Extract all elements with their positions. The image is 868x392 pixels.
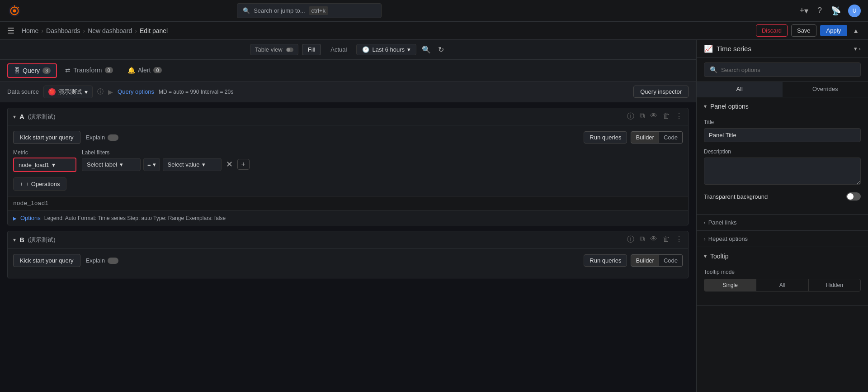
options-label: Options: [20, 215, 41, 221]
filter-remove-button[interactable]: ✕: [224, 158, 235, 171]
database-icon: 🗄: [14, 67, 20, 74]
metric-selector[interactable]: node_load1 ▾: [13, 158, 76, 172]
panel-links-header[interactable]: › Panel links: [697, 214, 868, 230]
title-input[interactable]: [704, 128, 861, 142]
search-options-input[interactable]: 🔍: [704, 62, 861, 77]
title-field-label: Title: [704, 119, 861, 125]
query-a-source: (演示测试): [28, 113, 56, 121]
query-a-toggle-icon[interactable]: 👁: [650, 112, 657, 121]
label-filter-select[interactable]: Select label ▾: [82, 158, 141, 171]
query-b-collapse[interactable]: ▾: [13, 237, 16, 243]
metric-label: Metric: [13, 149, 76, 156]
breadcrumb-dashboards[interactable]: Dashboards: [46, 27, 80, 34]
query-b-help-icon[interactable]: ⓘ: [627, 235, 634, 244]
value-select[interactable]: Select value ▾: [163, 158, 222, 171]
query-block-b-header: ▾ B (演示测试) ⓘ ⧉ 👁 🗑 ⋮: [8, 231, 688, 249]
apply-button[interactable]: Apply: [820, 25, 848, 36]
query-a-collapse[interactable]: ▾: [13, 114, 16, 120]
help-button[interactable]: ?: [816, 4, 824, 17]
tab-overrides[interactable]: Overrides: [783, 82, 868, 97]
tab-transform[interactable]: ⇄ Transform 0: [59, 63, 119, 78]
query-meta: MD = auto = 990 Interval = 20s: [159, 89, 233, 95]
tab-all[interactable]: All: [697, 82, 783, 97]
label-filter-chevron: ▾: [120, 161, 123, 168]
builder-b-button[interactable]: Builder: [631, 254, 659, 267]
time-series-icon: 📈: [704, 44, 713, 53]
actual-button[interactable]: Actual: [325, 44, 353, 55]
alert-icon: 🔔: [127, 67, 135, 74]
run-queries-a-button[interactable]: Run queries: [584, 131, 627, 143]
table-view-toggle[interactable]: Table view: [250, 44, 298, 55]
datasource-selector[interactable]: 🔴 演示测试 ▾: [43, 86, 93, 98]
panel-options-header[interactable]: ▾ Panel options: [697, 97, 868, 115]
query-b-copy-icon[interactable]: ⧉: [640, 235, 645, 244]
tooltip-header[interactable]: ▾ Tooltip: [697, 247, 868, 265]
options-meta: Legend: Auto Format: Time series Step: a…: [44, 215, 226, 221]
table-view-switch[interactable]: [286, 48, 293, 52]
sidebar-toggle[interactable]: ☰: [7, 26, 14, 36]
tab-query[interactable]: 🗄 Query 3: [7, 63, 57, 78]
query-b-delete-icon[interactable]: 🗑: [663, 235, 670, 244]
options-row-a[interactable]: Options Legend: Auto Format: Time series…: [8, 210, 688, 225]
query-a-delete-icon[interactable]: 🗑: [663, 112, 670, 121]
save-button[interactable]: Save: [791, 24, 816, 37]
tooltip-single-tab[interactable]: Single: [704, 279, 756, 291]
tooltip-hidden-tab[interactable]: Hidden: [809, 279, 860, 291]
tooltip-mode-label: Tooltip mode: [704, 269, 861, 275]
code-a-button[interactable]: Code: [659, 131, 683, 143]
tooltip-section: ▾ Tooltip Tooltip mode Single All Hidden: [697, 247, 868, 306]
query-a-more-icon[interactable]: ⋮: [675, 112, 683, 121]
operator-select[interactable]: = ▾: [143, 158, 160, 171]
user-avatar[interactable]: U: [848, 5, 861, 17]
refresh-button[interactable]: ↻: [436, 43, 446, 56]
query-tab-badge: 3: [42, 67, 51, 74]
query-options-button[interactable]: Query options: [118, 88, 154, 95]
metric-row-a: Metric node_load1 ▾ Label filters Select…: [13, 149, 683, 172]
breadcrumb-current: Edit panel: [140, 27, 168, 34]
search-options-field[interactable]: [721, 67, 855, 73]
query-b-icons: ⓘ ⧉ 👁 🗑 ⋮: [627, 235, 683, 244]
time-range-picker[interactable]: 🕐 Last 6 hours ▾: [356, 44, 416, 55]
add-button[interactable]: + ▾: [797, 4, 810, 18]
explain-a-switch[interactable]: [108, 134, 118, 141]
query-b-toggle-icon[interactable]: 👁: [650, 235, 657, 244]
filter-add-button[interactable]: +: [237, 159, 250, 170]
code-b-button[interactable]: Code: [659, 254, 683, 267]
search-icon: 🔍: [243, 7, 250, 14]
discard-button[interactable]: Discard: [756, 24, 788, 37]
search-shortcut: ctrl+k: [309, 6, 328, 15]
panel-options-title: Panel options: [710, 103, 749, 110]
run-queries-b-button[interactable]: Run queries: [584, 254, 627, 267]
kick-start-a-button[interactable]: Kick start your query: [13, 131, 80, 144]
panel-collapse-button[interactable]: ▲: [851, 25, 861, 36]
panel-type-title: 📈 Time series: [704, 44, 751, 53]
query-b-more-icon[interactable]: ⋮: [675, 235, 683, 244]
search-placeholder: Search or jump to...: [254, 7, 305, 14]
datasource-help-icon[interactable]: ⓘ: [97, 88, 104, 96]
fill-button[interactable]: Fill: [302, 44, 321, 55]
tab-alert[interactable]: 🔔 Alert 0: [121, 63, 168, 78]
builder-a-button[interactable]: Builder: [631, 131, 659, 143]
repeat-options-header[interactable]: › Repeat options: [697, 230, 868, 247]
zoom-out-button[interactable]: 🔍: [420, 43, 433, 56]
tooltip-all-tab[interactable]: All: [756, 279, 808, 291]
label-filters-label: Label filters: [82, 149, 683, 156]
explain-b-switch[interactable]: [108, 258, 118, 264]
breadcrumb-new-dashboard[interactable]: New dashboard: [88, 27, 132, 34]
breadcrumb-home[interactable]: Home: [22, 27, 38, 34]
query-inspector-button[interactable]: Query inspector: [633, 86, 689, 98]
query-tab-label: Query: [23, 67, 40, 74]
kick-start-b-button[interactable]: Kick start your query: [13, 254, 80, 267]
panel-type-chevron-down[interactable]: ▾: [854, 45, 857, 52]
panel-type-chevron-right[interactable]: ›: [859, 45, 861, 52]
rss-button[interactable]: 📡: [829, 4, 843, 18]
transparent-bg-toggle[interactable]: [846, 192, 861, 201]
description-input[interactable]: [704, 158, 861, 185]
query-a-copy-icon[interactable]: ⧉: [640, 112, 645, 121]
operations-button[interactable]: + + Operations: [13, 177, 66, 191]
query-a-help-icon[interactable]: ⓘ: [627, 112, 634, 121]
operator-chevron: ▾: [153, 161, 156, 168]
global-search[interactable]: 🔍 Search or jump to... ctrl+k: [237, 3, 382, 18]
time-range-chevron: ▾: [407, 46, 410, 53]
explain-a-label: Explain: [86, 134, 105, 141]
